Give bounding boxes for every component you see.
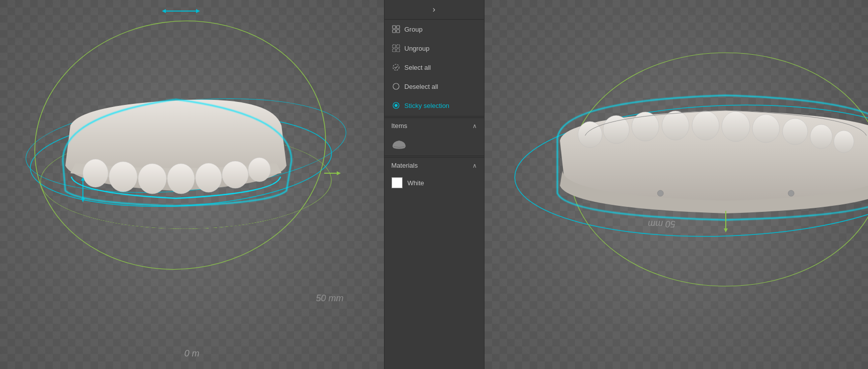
model-item-icon bbox=[392, 139, 407, 150]
sticky-selection-icon bbox=[392, 101, 401, 110]
viewports: 50 mm 0 m › Group bbox=[0, 0, 868, 369]
sticky-selection-label: Sticky selection bbox=[405, 102, 450, 109]
panel-collapse-button[interactable]: › bbox=[384, 0, 484, 20]
select-all-icon bbox=[392, 63, 401, 72]
svg-point-26 bbox=[393, 83, 399, 89]
svg-rect-23 bbox=[393, 49, 396, 52]
divider-1 bbox=[384, 116, 484, 116]
viewport-right[interactable]: 50 mm 50 mm bbox=[485, 0, 869, 369]
ungroup-button[interactable]: Ungroup bbox=[384, 39, 484, 58]
group-button[interactable]: Group bbox=[384, 20, 484, 39]
svg-rect-22 bbox=[397, 45, 400, 48]
svg-point-36 bbox=[722, 111, 750, 142]
sticky-selection-button[interactable]: Sticky selection bbox=[384, 96, 484, 115]
items-section-label: Items bbox=[392, 122, 408, 130]
orbit-ellipses-right: 50 mm 50 mm bbox=[485, 0, 869, 369]
side-panel: › Group bbox=[384, 0, 485, 369]
svg-text:50 mm: 50 mm bbox=[647, 219, 675, 229]
material-swatch-white bbox=[392, 177, 403, 188]
deselect-all-icon bbox=[392, 82, 401, 91]
svg-rect-21 bbox=[393, 45, 396, 48]
materials-collapse-icon: ∧ bbox=[472, 162, 477, 169]
group-label: Group bbox=[405, 26, 423, 33]
deselect-all-label: Deselect all bbox=[405, 83, 438, 90]
svg-point-38 bbox=[783, 118, 808, 145]
deselect-all-button[interactable]: Deselect all bbox=[384, 77, 484, 96]
divider-2 bbox=[384, 156, 484, 156]
items-section-header[interactable]: Items ∧ bbox=[384, 117, 484, 134]
chevron-right-icon: › bbox=[433, 5, 435, 14]
materials-section-label: Materials bbox=[392, 162, 418, 169]
svg-point-42 bbox=[788, 190, 794, 196]
ungroup-icon bbox=[392, 44, 401, 53]
svg-rect-20 bbox=[397, 30, 400, 33]
svg-point-35 bbox=[692, 111, 719, 140]
material-white[interactable]: White bbox=[384, 173, 484, 192]
svg-marker-44 bbox=[724, 228, 728, 232]
svg-point-25 bbox=[393, 64, 399, 70]
viewport-left[interactable]: 50 mm 0 m bbox=[0, 0, 384, 369]
svg-rect-24 bbox=[397, 49, 400, 52]
svg-rect-19 bbox=[393, 30, 396, 33]
items-collapse-icon: ∧ bbox=[472, 122, 477, 130]
select-all-button[interactable]: Select all bbox=[384, 58, 484, 77]
svg-point-31 bbox=[578, 121, 602, 148]
svg-point-37 bbox=[752, 114, 780, 143]
model-item[interactable] bbox=[384, 134, 484, 155]
svg-point-34 bbox=[662, 111, 689, 140]
svg-point-41 bbox=[657, 190, 663, 196]
select-all-label: Select all bbox=[405, 64, 431, 71]
checker-bg-left bbox=[0, 0, 384, 369]
group-icon bbox=[392, 25, 401, 34]
svg-point-40 bbox=[834, 131, 854, 153]
svg-point-32 bbox=[603, 115, 629, 144]
ungroup-label: Ungroup bbox=[405, 45, 430, 52]
material-white-label: White bbox=[408, 179, 424, 187]
svg-rect-17 bbox=[393, 26, 396, 29]
svg-point-39 bbox=[810, 125, 832, 149]
svg-point-28 bbox=[395, 104, 398, 107]
svg-rect-18 bbox=[397, 26, 400, 29]
materials-section-header[interactable]: Materials ∧ bbox=[384, 157, 484, 173]
